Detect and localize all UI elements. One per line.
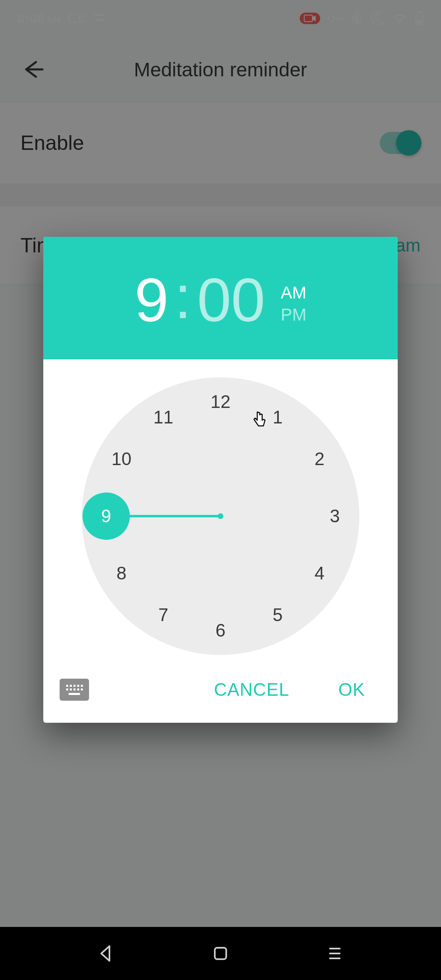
hour-display[interactable]: 9 <box>135 265 169 336</box>
clock-center <box>218 513 223 519</box>
am-selector[interactable]: AM <box>281 283 306 303</box>
clock-hour-7[interactable]: 7 <box>151 603 176 627</box>
clock-hour-8[interactable]: 8 <box>109 561 134 586</box>
keyboard-input-icon[interactable] <box>60 679 89 701</box>
nav-back-icon[interactable] <box>96 943 117 964</box>
time-picker-header: 9 : 00 AM PM <box>43 237 398 359</box>
clock-hour-10[interactable]: 10 <box>109 447 134 471</box>
svg-rect-8 <box>215 948 226 959</box>
nav-recent-icon[interactable] <box>324 943 345 964</box>
clock-hour-4[interactable]: 4 <box>307 561 332 586</box>
nav-home-icon[interactable] <box>210 943 231 964</box>
clock-hour-11[interactable]: 11 <box>151 405 176 430</box>
pm-selector[interactable]: PM <box>281 305 306 325</box>
clock-hour-2[interactable]: 2 <box>307 447 332 471</box>
clock-hour-5[interactable]: 5 <box>265 603 290 627</box>
dialog-actions: CANCEL OK <box>43 667 398 723</box>
selected-hour-knob[interactable]: 9 <box>82 492 130 540</box>
cancel-button[interactable]: CANCEL <box>202 675 302 704</box>
time-colon: : <box>174 262 192 332</box>
system-nav-bar <box>0 927 441 980</box>
time-picker-dialog: 9 : 00 AM PM 9 12123456781011 CANCEL OK <box>43 237 398 723</box>
clock-hour-1[interactable]: 1 <box>265 405 290 430</box>
ok-button[interactable]: OK <box>326 675 377 704</box>
clock-face[interactable]: 9 12123456781011 <box>82 377 359 655</box>
clock-hour-6[interactable]: 6 <box>208 618 233 643</box>
minute-display[interactable]: 00 <box>197 265 265 336</box>
clock-hour-3[interactable]: 3 <box>323 504 347 528</box>
clock-hour-12[interactable]: 12 <box>208 390 233 414</box>
